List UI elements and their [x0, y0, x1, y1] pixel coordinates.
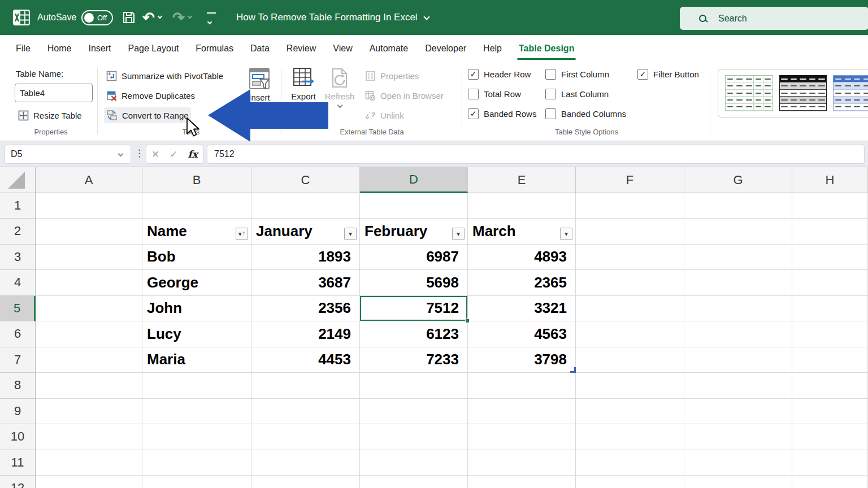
tab-help[interactable]: Help — [475, 35, 510, 62]
cell-H8[interactable] — [792, 373, 868, 399]
autosave-toggle[interactable]: Off — [81, 10, 113, 25]
column-header-B[interactable]: B — [142, 167, 251, 193]
column-header-F[interactable]: F — [576, 167, 684, 193]
fill-handle[interactable] — [465, 319, 470, 323]
cell-C5[interactable]: 2356 — [251, 296, 360, 322]
cell-B6[interactable]: Lucy — [142, 321, 251, 347]
cell-A10[interactable] — [36, 424, 142, 450]
remove-duplicates-button[interactable]: Remove Duplicates — [104, 88, 197, 103]
cell-G2[interactable] — [684, 219, 792, 245]
row-header-8[interactable]: 8 — [0, 373, 36, 399]
cell-D10[interactable] — [360, 424, 468, 450]
cell-B7[interactable]: Maria — [142, 347, 251, 373]
save-icon[interactable] — [121, 10, 136, 25]
table-name-input[interactable] — [15, 84, 93, 102]
cell-B1[interactable] — [142, 193, 251, 219]
table-resize-corner-handle[interactable] — [570, 367, 576, 373]
tab-view[interactable]: View — [324, 35, 361, 62]
cell-B3[interactable]: Bob — [142, 245, 251, 271]
checkbox-banded-rows[interactable]: ✓Banded Rows — [468, 107, 536, 120]
checkbox-checked-icon[interactable]: ✓ — [468, 108, 479, 119]
cell-F2[interactable] — [576, 219, 684, 245]
cell-F4[interactable] — [576, 270, 684, 296]
checkbox-header-row[interactable]: ✓Header Row — [468, 68, 536, 80]
cell-H5[interactable] — [792, 296, 868, 322]
checkbox-first-column[interactable]: First Column — [545, 68, 626, 80]
cell-B10[interactable] — [142, 424, 251, 450]
cell-A4[interactable] — [36, 270, 142, 296]
cell-C10[interactable] — [251, 424, 360, 450]
row-header-2[interactable]: 2 — [0, 219, 36, 245]
cell-G9[interactable] — [684, 399, 792, 425]
cell-F1[interactable] — [576, 193, 684, 219]
cell-F3[interactable] — [576, 245, 684, 271]
cell-A6[interactable] — [36, 321, 142, 347]
cell-C11[interactable] — [251, 450, 360, 476]
cell-A11[interactable] — [36, 450, 142, 476]
column-header-D[interactable]: D — [360, 167, 468, 193]
cell-B9[interactable] — [142, 399, 251, 425]
cell-F10[interactable] — [576, 424, 684, 450]
undo-dropdown-icon[interactable] — [158, 14, 162, 19]
row-header-1[interactable]: 1 — [0, 193, 36, 219]
cell-E5[interactable]: 3321 — [468, 296, 576, 322]
cell-C8[interactable] — [251, 373, 360, 399]
cell-D9[interactable] — [360, 399, 468, 425]
convert-to-range-button[interactable]: Convert to Range — [104, 107, 191, 123]
cell-H9[interactable] — [792, 399, 868, 425]
cell-E10[interactable] — [468, 424, 576, 450]
name-box[interactable]: D5 — [5, 145, 131, 164]
cell-C12[interactable] — [251, 476, 360, 488]
cell-E3[interactable]: 4893 — [468, 245, 576, 271]
cell-F8[interactable] — [576, 373, 684, 399]
cell-D11[interactable] — [360, 450, 468, 476]
cell-E6[interactable]: 4563 — [468, 321, 576, 347]
checkbox-unchecked-icon[interactable] — [545, 89, 556, 99]
cell-F5[interactable] — [576, 296, 684, 322]
row-header-11[interactable]: 11 — [0, 450, 36, 476]
cell-C7[interactable]: 4453 — [251, 347, 360, 373]
tab-developer[interactable]: Developer — [416, 35, 475, 62]
checkbox-total-row[interactable]: Total Row — [468, 88, 536, 100]
formula-input[interactable]: 7512 — [207, 145, 865, 164]
cell-A12[interactable] — [36, 476, 142, 488]
cell-D7[interactable]: 7233 — [360, 347, 468, 373]
cell-G3[interactable] — [684, 245, 792, 271]
cell-F11[interactable] — [576, 450, 684, 476]
cell-B11[interactable] — [142, 450, 251, 476]
search-box[interactable]: Search — [680, 7, 868, 30]
cell-G12[interactable] — [684, 476, 792, 488]
cell-G8[interactable] — [684, 373, 792, 399]
cell-D5[interactable]: 7512 — [360, 296, 468, 322]
cell-A9[interactable] — [36, 399, 142, 425]
summarize-with-pivottable-button[interactable]: Summarize with PivotTable — [104, 68, 225, 84]
checkbox-last-column[interactable]: Last Column — [545, 88, 626, 100]
cell-B12[interactable] — [142, 476, 251, 488]
column-header-H[interactable]: H — [792, 167, 868, 193]
export-button[interactable]: Export — [286, 66, 321, 101]
table-style-dark[interactable] — [779, 75, 827, 111]
cell-E9[interactable] — [468, 399, 576, 425]
cell-A3[interactable] — [36, 245, 142, 271]
customize-quick-access-toolbar-button[interactable] — [207, 12, 216, 26]
tab-page-layout[interactable]: Page Layout — [119, 35, 187, 62]
cell-C9[interactable] — [251, 399, 360, 425]
insert-function-button[interactable]: fx — [188, 149, 198, 160]
cell-C6[interactable]: 2149 — [251, 321, 360, 347]
row-header-6[interactable]: 6 — [0, 321, 36, 347]
column-header-A[interactable]: A — [36, 167, 142, 193]
cell-B5[interactable]: John — [142, 296, 251, 322]
filter-button-march[interactable]: ▾ — [560, 228, 572, 240]
cell-D3[interactable]: 6987 — [360, 245, 468, 271]
checkbox-checked-icon[interactable]: ✓ — [637, 69, 648, 80]
cell-A1[interactable] — [36, 193, 142, 219]
checkbox-banded-columns[interactable]: Banded Columns — [545, 107, 626, 120]
cell-B4[interactable]: George — [142, 270, 251, 296]
cell-G1[interactable] — [684, 193, 792, 219]
insert-slicer-button[interactable]: Insert Slicer — [242, 66, 277, 113]
tab-table-design[interactable]: Table Design — [510, 35, 583, 62]
cell-H12[interactable] — [792, 476, 868, 488]
cell-D4[interactable]: 5698 — [360, 270, 468, 296]
tab-insert[interactable]: Insert — [80, 35, 119, 62]
tab-review[interactable]: Review — [278, 35, 324, 62]
